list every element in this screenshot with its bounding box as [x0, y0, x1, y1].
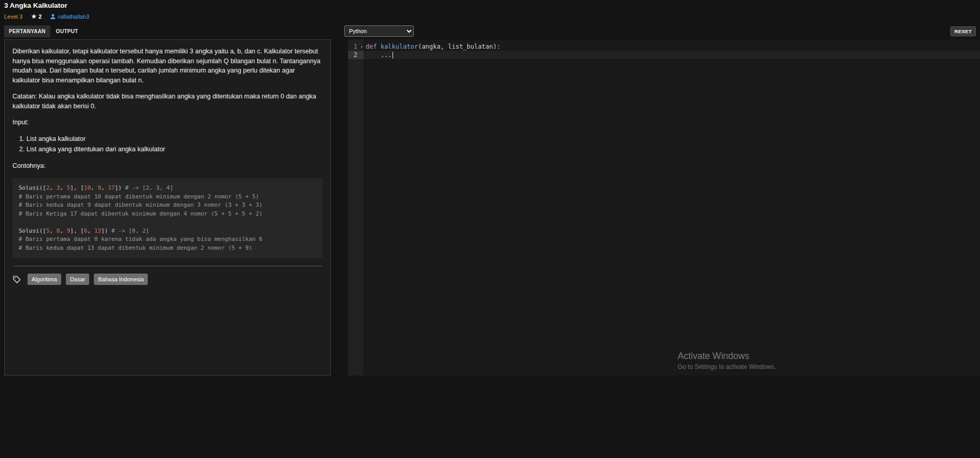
star-count: 2 [38, 13, 41, 20]
tag-dasar[interactable]: Dasar [66, 274, 89, 285]
star-icon: ★ [31, 12, 37, 20]
tags-row: AlgoritimaDasarBahasa Indonesia [12, 274, 323, 285]
page-title: 3 Angka Kalkulator [4, 2, 976, 9]
author[interactable]: rafiathallah3 [50, 13, 89, 20]
code-line: # Baris kedua dapat 13 dapat dibentuk mi… [19, 244, 316, 253]
level-badge: Level 3 [4, 13, 22, 20]
input-item: List angka kalkulator [26, 134, 323, 144]
problem-paragraph: Diberikan kalkulator, tetapi kalkulator … [12, 47, 323, 85]
code-editor[interactable]: 1▾2 def kalkulator(angka, list_bulatan):… [348, 39, 980, 376]
divider [13, 266, 322, 266]
code-line: # Baris kedua dapat 9 dapat dibentuk min… [19, 201, 316, 210]
text-cursor [393, 52, 393, 59]
fold-chevron-icon[interactable]: ▾ [360, 43, 363, 51]
line-number: 2 [348, 51, 363, 59]
problem-statement: Diberikan kalkulator, tetapi kalkulator … [5, 40, 330, 292]
tab-output[interactable]: OUTPUT [51, 25, 83, 37]
problem-panel: Diberikan kalkulator, tetapi kalkulator … [4, 39, 331, 376]
tab-bar: PERTANYAAN OUTPUT [0, 25, 344, 37]
example-label: Contohnya: [12, 161, 323, 171]
tag-list: AlgoritimaDasarBahasa Indonesia [27, 274, 148, 285]
problem-meta: Level 3 ★ 2 rafiathallah3 [4, 12, 976, 20]
editor-code-area[interactable]: def kalkulator(angka, list_bulatan): ... [363, 39, 980, 376]
tag-algoritima[interactable]: Algoritima [27, 274, 61, 285]
code-line: # Baris pertama dapat 10 dapat dibentuk … [19, 193, 316, 202]
editor-gutter: 1▾2 [348, 39, 363, 376]
code-line[interactable]: def kalkulator(angka, list_bulatan): [363, 42, 980, 51]
code-line: Solusi([2, 3, 5], [10, 9, 17]) # -> [2, … [19, 184, 316, 193]
example-code-block: Solusi([2, 3, 5], [10, 9, 17]) # -> [2, … [12, 178, 323, 258]
star-rating: ★ 2 [31, 12, 41, 20]
code-line: Solusi([5, 8, 9], [6, 13]) # -> [0, 2] [19, 227, 316, 236]
person-icon [50, 13, 56, 20]
input-list: List angka kalkulator List angka yang di… [12, 134, 323, 154]
main-content: Diberikan kalkulator, tetapi kalkulator … [0, 39, 980, 376]
tag-icon [12, 275, 21, 284]
language-select[interactable]: Python [344, 25, 414, 37]
author-username[interactable]: rafiathallah3 [58, 13, 89, 20]
code-line [19, 218, 316, 227]
code-line: # Baris pertama dapat 0 karena tidak ada… [19, 235, 316, 244]
line-number: 1▾ [348, 42, 363, 51]
problem-note: Catatan: Kalau angka kalkulator tidak bi… [12, 92, 323, 111]
tag-bahasa-indonesia[interactable]: Bahasa Indonesia [94, 274, 148, 285]
code-line[interactable]: ... [363, 51, 980, 59]
input-label: Input: [12, 118, 323, 127]
reset-button[interactable]: RESET [950, 26, 976, 36]
input-item: List angka yang ditentukan dari angka ka… [26, 145, 323, 154]
toolbar: PERTANYAAN OUTPUT Python RESET [0, 25, 980, 37]
code-line: # Baris Ketiga 17 dapat dibentuk minimum… [19, 210, 316, 219]
header: 3 Angka Kalkulator Level 3 ★ 2 rafiathal… [0, 0, 980, 20]
tab-pertanyaan[interactable]: PERTANYAAN [4, 25, 50, 37]
